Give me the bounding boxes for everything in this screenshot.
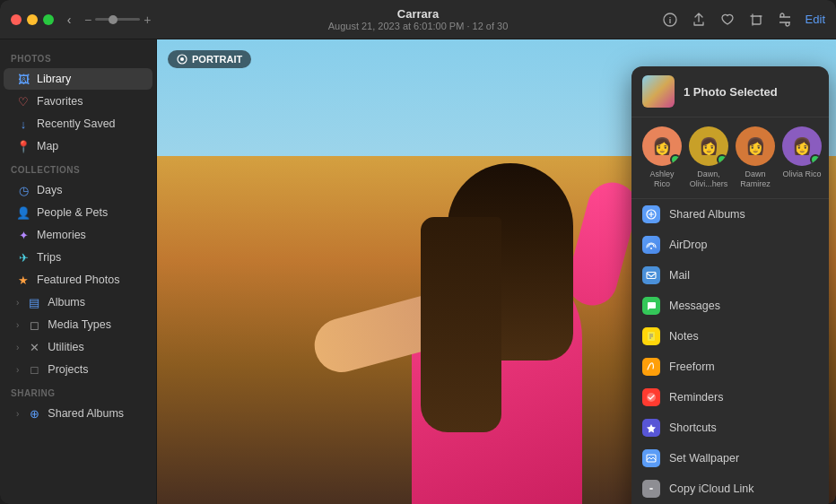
reminders-icon	[642, 388, 660, 406]
menu-label-mail: Mail	[669, 269, 690, 282]
sharing-section-label: Sharing	[0, 381, 156, 402]
menu-label-reminders: Reminders	[669, 391, 723, 404]
photos-section-label: Photos	[0, 47, 156, 67]
wallpaper-icon	[642, 449, 660, 467]
contact-avatar-olivia: 👩	[782, 126, 822, 166]
menu-label-icloud-link: Copy iCloud Link	[669, 482, 754, 495]
edit-button[interactable]: Edit	[806, 13, 825, 26]
sidebar-label-people-pets: People & Pets	[37, 206, 108, 219]
utilities-chevron: ›	[16, 343, 19, 352]
sidebar-label-map: Map	[37, 140, 58, 152]
traffic-lights	[11, 14, 54, 25]
maximize-button[interactable]	[43, 14, 54, 25]
sidebar-label-library: Library	[37, 73, 71, 85]
sidebar-label-featured-photos: Featured Photos	[37, 274, 119, 286]
svg-point-6	[650, 248, 652, 249]
sidebar-label-albums: Albums	[48, 296, 85, 308]
sidebar-item-map[interactable]: 📍 Map	[4, 135, 152, 157]
sidebar-item-recently-saved[interactable]: ↓ Recently Saved	[4, 113, 152, 135]
arm-right	[562, 177, 641, 310]
contact-status-ashley	[670, 154, 681, 165]
library-icon: 🖼	[16, 72, 30, 86]
contact-avatar-ashley: 👩	[642, 126, 682, 166]
zoom-thumb	[109, 15, 118, 24]
projects-chevron: ›	[16, 365, 19, 375]
menu-item-wallpaper[interactable]: Set Wallpaper	[631, 443, 829, 474]
contact-item-dawn-r[interactable]: 👩 Dawn Ramirez	[736, 126, 775, 189]
share-panel-header: 1 Photo Selected	[631, 66, 829, 117]
days-icon: ◷	[16, 183, 30, 197]
sidebar-item-favorites[interactable]: ♡ Favorites	[4, 91, 152, 112]
menu-item-shared-albums[interactable]: Shared Albums	[631, 199, 829, 230]
sidebar-item-days[interactable]: ◷ Days	[4, 179, 152, 201]
menu-item-freeform[interactable]: Freeform	[631, 352, 829, 382]
featured-photos-icon: ★	[16, 273, 30, 287]
menu-item-airdrop[interactable]: AirDrop	[631, 230, 829, 260]
title-center: Carrara August 21, 2023 at 6:01:00 PM · …	[328, 7, 509, 31]
projects-icon: □	[27, 362, 41, 377]
zoom-slider[interactable]	[95, 18, 140, 21]
zoom-minus[interactable]: −	[84, 13, 91, 27]
albums-chevron: ›	[16, 298, 19, 308]
sidebar-label-shared-albums: Shared Albums	[48, 407, 124, 420]
menu-item-messages[interactable]: Messages	[631, 291, 829, 321]
shared-chevron: ›	[16, 409, 19, 419]
sidebar-label-favorites: Favorites	[37, 95, 83, 108]
info-icon[interactable]: i	[662, 12, 678, 28]
menu-item-icloud-link[interactable]: Copy iCloud Link	[631, 474, 829, 504]
notes-icon	[642, 327, 660, 345]
contact-item-olivia[interactable]: 👩 Olivia Rico	[782, 126, 822, 189]
minimize-button[interactable]	[27, 14, 38, 25]
menu-item-reminders[interactable]: Reminders	[631, 382, 829, 413]
portrait-badge: PORTRAIT	[168, 50, 251, 68]
sidebar-item-trips[interactable]: ✈ Trips	[4, 247, 152, 268]
portrait-label: PORTRAIT	[192, 54, 242, 65]
person-container	[340, 65, 654, 504]
contact-item-ashley[interactable]: 👩 Ashley Rico	[642, 126, 682, 189]
contact-status-dawn-o	[717, 154, 727, 165]
map-icon: 📍	[16, 139, 30, 153]
shared-albums-icon: ⊕	[27, 406, 41, 421]
sidebar-label-recently-saved: Recently Saved	[37, 117, 116, 130]
title-bar: ‹ − + Carrara August 21, 2023 at 6:01:00…	[0, 0, 836, 39]
sidebar-item-featured-photos[interactable]: ★ Featured Photos	[4, 269, 152, 291]
adjust-icon[interactable]	[777, 12, 793, 28]
trips-icon: ✈	[16, 250, 30, 265]
sidebar-item-library[interactable]: 🖼 Library	[4, 68, 152, 90]
freeform-icon	[642, 358, 660, 376]
mail-icon	[642, 266, 660, 284]
share-contacts: 👩 Ashley Rico 👩 Dawn, Olivi...hers	[631, 117, 829, 199]
crop-icon[interactable]	[748, 12, 764, 28]
menu-item-notes[interactable]: Notes	[631, 321, 829, 352]
menu-item-shortcuts[interactable]: Shortcuts	[631, 413, 829, 443]
close-button[interactable]	[11, 14, 22, 25]
sidebar-item-media-types[interactable]: › ◻ Media Types	[4, 314, 152, 335]
people-pets-icon: 👤	[16, 205, 30, 220]
svg-text:i: i	[668, 16, 671, 25]
sidebar-label-memories: Memories	[37, 229, 86, 241]
menu-label-notes: Notes	[669, 330, 699, 343]
photo-area: PORTRAIT 1 Photo Selected 👩 Ashley Rico	[157, 39, 836, 504]
contact-name-ashley: Ashley Rico	[642, 169, 682, 189]
contact-avatar-dawn-r: 👩	[736, 126, 775, 166]
sidebar-label-utilities: Utilities	[48, 341, 83, 353]
sidebar-item-albums[interactable]: › ▤ Albums	[4, 291, 152, 313]
sidebar-item-utilities[interactable]: › ✕ Utilities	[4, 336, 152, 358]
sidebar-item-memories[interactable]: ✦ Memories	[4, 224, 152, 246]
sidebar-label-projects: Projects	[48, 363, 88, 376]
nav-left: ‹ − +	[11, 12, 151, 28]
albums-icon: ▤	[27, 295, 41, 309]
menu-label-airdrop: AirDrop	[669, 239, 707, 251]
back-button[interactable]: ‹	[61, 12, 77, 28]
zoom-plus[interactable]: +	[144, 13, 151, 27]
menu-label-messages: Messages	[669, 300, 720, 312]
menu-item-mail[interactable]: Mail	[631, 260, 829, 291]
airdrop-icon	[642, 236, 660, 254]
favorite-icon[interactable]	[719, 12, 736, 28]
sidebar-item-shared-albums[interactable]: › ⊕ Shared Albums	[4, 403, 152, 424]
svg-rect-2	[753, 16, 761, 24]
sidebar-item-people-pets[interactable]: 👤 People & Pets	[4, 202, 152, 223]
contact-item-dawn-o[interactable]: 👩 Dawn, Olivi...hers	[689, 126, 728, 189]
share-icon[interactable]	[691, 12, 707, 28]
sidebar-item-projects[interactable]: › □ Projects	[4, 359, 152, 380]
